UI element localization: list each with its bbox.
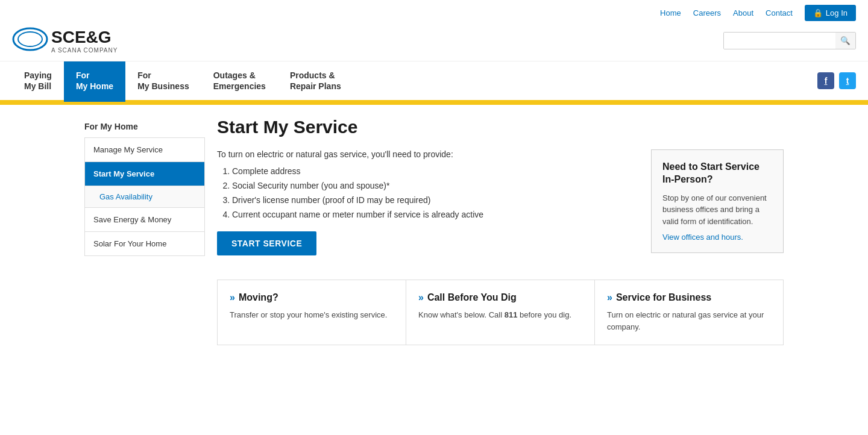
sidebar-link-energy[interactable]: Save Energy & Money (85, 208, 204, 231)
start-service-button[interactable]: START SERVICE (217, 231, 316, 255)
requirement-4: Current occupant name or meter number if… (232, 210, 639, 219)
card-dig: » Call Before You Dig Know what's below.… (406, 280, 595, 345)
sidebar-sub-menu: Gas Availability (85, 186, 204, 207)
sidebar-item-start: Start My Service Gas Availability (85, 162, 204, 208)
search-icon: 🔍 (840, 36, 851, 45)
requirement-1: Complete address (232, 166, 639, 176)
chevron-icon-dig: » (418, 292, 424, 303)
info-box-title: Need to Start Service In-Person? (662, 161, 772, 186)
card-dig-title: » Call Before You Dig (418, 292, 582, 303)
nav-outages[interactable]: Outages & Emergencies (201, 61, 278, 102)
sidebar-menu: Manage My Service Start My Service Gas A… (84, 137, 205, 256)
careers-link[interactable]: Careers (693, 8, 721, 17)
card-moving-title: » Moving? (230, 292, 394, 303)
logo-text: SCE&G (51, 28, 118, 47)
home-link[interactable]: Home (660, 8, 681, 17)
sidebar-link-solar[interactable]: Solar For Your Home (85, 232, 204, 255)
nav-for-business[interactable]: For My Business (125, 61, 201, 102)
intro-text: To turn on electric or natural gas servi… (217, 149, 639, 159)
card-moving-text: Transfer or stop your home's existing se… (230, 309, 394, 321)
chevron-icon-moving: » (230, 292, 235, 303)
search-input[interactable] (724, 33, 835, 49)
svg-point-1 (18, 32, 42, 46)
top-bar: Home Careers About Contact 🔒 Log In (0, 0, 868, 26)
about-link[interactable]: About (733, 8, 753, 17)
info-box: Need to Start Service In-Person? Stop by… (651, 149, 784, 253)
requirements-list: Complete address Social Security number … (217, 166, 639, 219)
requirement-3: Driver's license number (proof of ID may… (232, 195, 639, 205)
sidebar-sub-item-gas: Gas Availability (85, 186, 204, 207)
card-business-text: Turn on electric or natural gas service … (607, 309, 771, 333)
logo-ellipse (12, 26, 48, 55)
chevron-icon-business: » (607, 292, 612, 303)
main-layout: For My Home Manage My Service Start My S… (72, 105, 796, 357)
nav-products[interactable]: Products & Repair Plans (278, 61, 353, 102)
page-title: Start My Service (217, 117, 784, 137)
nav-bar: Paying My Bill For My Home For My Busine… (0, 61, 868, 102)
sidebar-item-solar: Solar For Your Home (85, 232, 204, 255)
card-business: » Service for Business Turn on electric … (595, 280, 783, 345)
contact-link[interactable]: Contact (766, 8, 793, 17)
bottom-cards: » Moving? Transfer or stop your home's e… (217, 280, 784, 345)
sidebar-item-energy: Save Energy & Money (85, 208, 204, 232)
search-button[interactable]: 🔍 (835, 33, 855, 49)
main-content: Start My Service To turn on electric or … (217, 117, 784, 345)
content-main: To turn on electric or natural gas servi… (217, 149, 639, 255)
sidebar-title: For My Home (84, 117, 205, 137)
header: SCE&G A SCANA COMPANY 🔍 (0, 26, 868, 61)
login-button[interactable]: 🔒 Log In (805, 5, 856, 21)
offices-link[interactable]: View offices and hours. (662, 233, 743, 242)
sidebar-link-manage[interactable]: Manage My Service (85, 138, 204, 161)
facebook-icon[interactable]: f (817, 72, 834, 89)
social-links: f t (817, 61, 856, 100)
card-business-title: » Service for Business (607, 292, 771, 303)
content-row: To turn on electric or natural gas servi… (217, 149, 784, 255)
nav-paying-bill[interactable]: Paying My Bill (12, 61, 64, 102)
sidebar-link-start[interactable]: Start My Service (85, 162, 204, 186)
logo: SCE&G A SCANA COMPANY (12, 26, 118, 55)
nav-for-home[interactable]: For My Home (64, 61, 125, 102)
sidebar: For My Home Manage My Service Start My S… (84, 117, 205, 345)
card-moving: » Moving? Transfer or stop your home's e… (218, 280, 406, 345)
sidebar-item-manage: Manage My Service (85, 138, 204, 162)
search-box[interactable]: 🔍 (723, 32, 856, 49)
twitter-icon[interactable]: t (839, 72, 856, 89)
card-dig-text: Know what's below. Call 811 before you d… (418, 309, 582, 321)
lock-icon: 🔒 (813, 8, 823, 17)
logo-sub: A SCANA COMPANY (51, 47, 118, 54)
requirement-2: Social Security number (you and spouse)* (232, 181, 639, 190)
sidebar-sub-link-gas[interactable]: Gas Availability (85, 186, 204, 207)
info-box-text: Stop by one of our convenient business o… (662, 192, 772, 228)
